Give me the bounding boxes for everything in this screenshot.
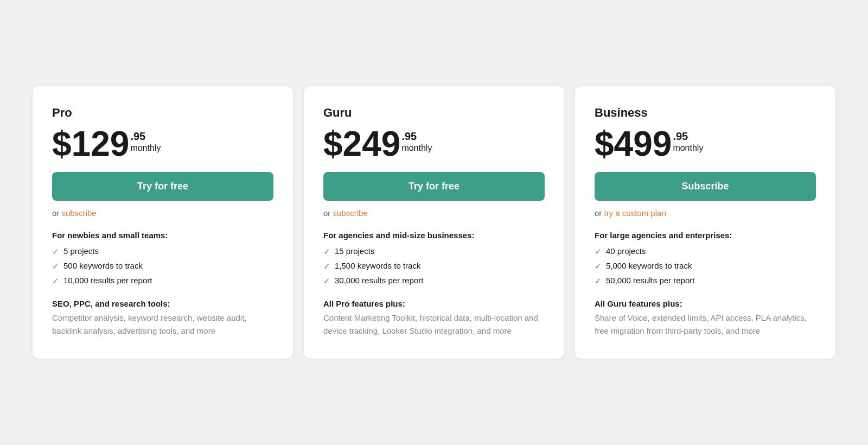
cta-button-pro[interactable]: Try for free bbox=[52, 172, 273, 201]
feature-text: 5,000 keywords to track bbox=[606, 261, 692, 270]
list-item: ✓ 30,000 results per report bbox=[323, 276, 545, 286]
list-item: ✓ 5,000 keywords to track bbox=[595, 261, 816, 271]
check-icon: ✓ bbox=[323, 276, 330, 286]
for-heading-business: For large agencies and enterprises: bbox=[595, 231, 816, 240]
feature-text: 10,000 results per report bbox=[63, 276, 152, 285]
price-main-guru: $249 bbox=[323, 126, 400, 161]
price-cents-business: .95 bbox=[673, 130, 703, 143]
addon-heading-guru: All Pro features plus: bbox=[323, 299, 545, 308]
or-link-row-business: or try a custom plan bbox=[595, 208, 816, 218]
feature-text: 15 projects bbox=[335, 246, 374, 256]
addon-heading-pro: SEO, PPC, and research tools: bbox=[52, 299, 273, 308]
cta-button-guru[interactable]: Try for free bbox=[323, 172, 545, 201]
check-icon: ✓ bbox=[595, 276, 602, 286]
check-icon: ✓ bbox=[323, 247, 330, 257]
price-period-guru: monthly bbox=[401, 143, 432, 153]
plan-card-guru: Guru $249 .95 monthly Try for free or su… bbox=[304, 86, 564, 359]
or-link-row-pro: or subscribe bbox=[52, 208, 273, 218]
price-main-business: $499 bbox=[595, 126, 672, 161]
feature-text: 30,000 results per report bbox=[335, 276, 423, 285]
price-period-business: monthly bbox=[673, 143, 703, 153]
check-icon: ✓ bbox=[595, 262, 602, 271]
check-icon: ✓ bbox=[52, 276, 59, 286]
or-text-guru: or bbox=[323, 208, 333, 218]
feature-text: 500 keywords to track bbox=[63, 261, 143, 270]
for-heading-guru: For agencies and mid-size businesses: bbox=[323, 231, 545, 240]
plan-card-pro: Pro $129 .95 monthly Try for free or sub… bbox=[33, 86, 293, 359]
addon-text-business: Share of Voice, extended limits, API acc… bbox=[595, 312, 816, 337]
price-detail-pro: .95 monthly bbox=[130, 126, 161, 153]
subscribe-link-pro[interactable]: subscribe bbox=[62, 208, 97, 218]
price-cents-guru: .95 bbox=[401, 130, 432, 143]
price-row-business: $499 .95 monthly bbox=[595, 126, 816, 161]
features-list-pro: ✓ 5 projects ✓ 500 keywords to track ✓ 1… bbox=[52, 246, 273, 286]
or-text-pro: or bbox=[52, 208, 62, 218]
list-item: ✓ 1,500 keywords to track bbox=[323, 261, 545, 271]
price-cents-pro: .95 bbox=[130, 130, 161, 143]
list-item: ✓ 50,000 results per report bbox=[595, 276, 816, 286]
check-icon: ✓ bbox=[52, 247, 59, 257]
check-icon: ✓ bbox=[52, 262, 59, 271]
plan-name-pro: Pro bbox=[52, 106, 273, 120]
list-item: ✓ 10,000 results per report bbox=[52, 276, 273, 286]
plan-card-business: Business $499 .95 monthly Subscribe or t… bbox=[575, 86, 835, 359]
list-item: ✓ 500 keywords to track bbox=[52, 261, 273, 271]
plan-name-guru: Guru bbox=[323, 106, 545, 120]
or-link-row-guru: or subscribe bbox=[323, 208, 545, 218]
price-row-guru: $249 .95 monthly bbox=[323, 126, 545, 161]
price-detail-guru: .95 monthly bbox=[401, 126, 432, 153]
list-item: ✓ 5 projects bbox=[52, 246, 273, 257]
subscribe-link-guru[interactable]: subscribe bbox=[333, 208, 368, 218]
check-icon: ✓ bbox=[595, 247, 602, 257]
price-period-pro: monthly bbox=[130, 143, 161, 153]
plan-name-business: Business bbox=[595, 106, 816, 120]
addon-heading-business: All Guru features plus: bbox=[595, 299, 816, 308]
feature-text: 40 projects bbox=[606, 246, 646, 256]
features-list-business: ✓ 40 projects ✓ 5,000 keywords to track … bbox=[595, 246, 816, 286]
list-item: ✓ 40 projects bbox=[595, 246, 816, 257]
for-heading-pro: For newbies and small teams: bbox=[52, 231, 273, 240]
feature-text: 1,500 keywords to track bbox=[335, 261, 420, 270]
or-text-business: or bbox=[595, 208, 604, 218]
subscribe-link-business[interactable]: try a custom plan bbox=[604, 208, 666, 218]
price-main-pro: $129 bbox=[52, 126, 129, 161]
price-row-pro: $129 .95 monthly bbox=[52, 126, 273, 161]
feature-text: 5 projects bbox=[63, 246, 99, 256]
feature-text: 50,000 results per report bbox=[606, 276, 694, 285]
features-list-guru: ✓ 15 projects ✓ 1,500 keywords to track … bbox=[323, 246, 545, 286]
list-item: ✓ 15 projects bbox=[323, 246, 545, 257]
cta-button-business[interactable]: Subscribe bbox=[595, 172, 816, 201]
addon-text-pro: Competitor analysis, keyword research, w… bbox=[52, 312, 273, 337]
check-icon: ✓ bbox=[323, 262, 330, 271]
price-detail-business: .95 monthly bbox=[673, 126, 703, 153]
addon-text-guru: Content Marketing Toolkit, historical da… bbox=[323, 312, 545, 337]
pricing-container: Pro $129 .95 monthly Try for free or sub… bbox=[16, 86, 852, 359]
